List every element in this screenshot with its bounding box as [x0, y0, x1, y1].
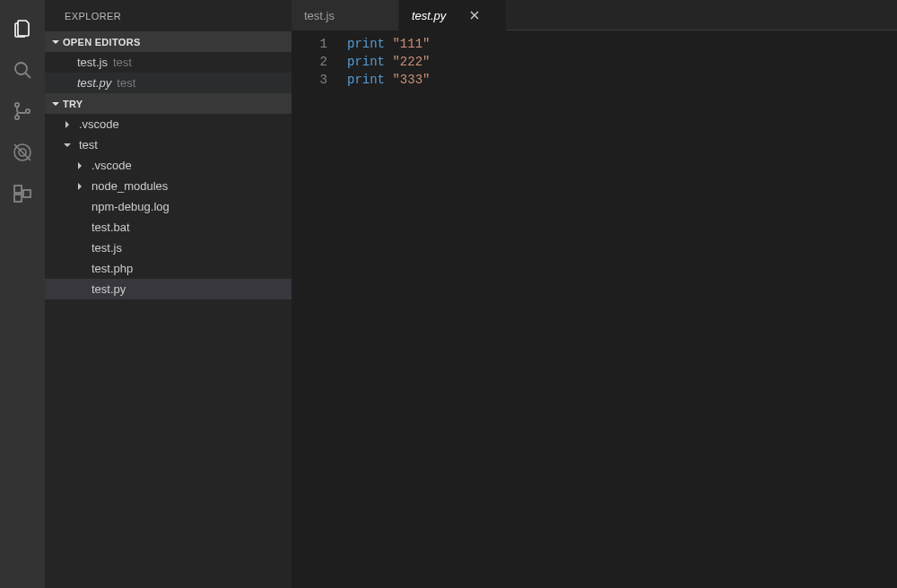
tree-file[interactable]: test.js: [45, 238, 292, 258]
chevron-right-icon: [74, 160, 86, 172]
tab-label: test.js: [304, 9, 335, 22]
activity-source-control[interactable]: [0, 91, 45, 133]
chevron-down-icon: [48, 98, 63, 110]
tree-file[interactable]: test.php: [45, 258, 292, 279]
line-gutter: 123: [292, 31, 347, 588]
section-open-editors[interactable]: OPEN EDITORS: [45, 31, 292, 52]
file-hint: test: [117, 76, 135, 90]
chevron-right-icon: [74, 180, 86, 193]
tree-folder[interactable]: .vscode: [45, 155, 292, 176]
svg-rect-9: [14, 195, 22, 202]
svg-point-0: [15, 63, 27, 74]
section-workspace[interactable]: TRY: [45, 93, 292, 114]
activity-explorer[interactable]: [0, 9, 45, 50]
code-line[interactable]: print "111": [347, 35, 897, 53]
section-label: TRY: [63, 99, 83, 109]
tree-label: test: [79, 138, 98, 151]
svg-rect-10: [23, 190, 30, 197]
line-number: 2: [292, 53, 347, 71]
tree-label: test.py: [91, 282, 126, 296]
line-number: 1: [292, 35, 347, 53]
file-hint: test: [113, 56, 132, 69]
code-content[interactable]: print "111"print "222"print "333": [347, 31, 897, 588]
tree-label: npm-debug.log: [91, 200, 170, 213]
tree-folder[interactable]: .vscode: [45, 114, 292, 134]
tree-file[interactable]: npm-debug.log: [45, 196, 292, 217]
editor-area: test.jstest.py 123 print "111"print "222…: [292, 0, 897, 588]
editor-tabbar: test.jstest.py: [292, 0, 897, 31]
token-string: "222": [392, 55, 430, 69]
search-icon: [12, 59, 33, 83]
tree-label: node_modules: [91, 179, 168, 193]
explorer-sidebar: EXPLORER OPEN EDITORS test.js test test.…: [45, 0, 292, 588]
workspace-tree: .vscodetest.vscodenode_modulesnpm-debug.…: [45, 114, 292, 299]
activity-extensions[interactable]: [0, 174, 45, 215]
activity-bar: [0, 0, 45, 588]
close-icon[interactable]: [467, 8, 482, 22]
source-control-icon: [12, 100, 33, 125]
tree-label: .vscode: [91, 159, 132, 172]
token-keyword: print: [347, 37, 385, 51]
svg-point-4: [26, 108, 30, 112]
svg-point-3: [15, 115, 19, 118]
activity-debug[interactable]: [0, 133, 45, 174]
token-keyword: print: [347, 73, 385, 87]
sidebar-title: EXPLORER: [45, 0, 292, 31]
bug-icon: [12, 142, 33, 166]
tree-folder[interactable]: node_modules: [45, 176, 292, 196]
chevron-down-icon: [61, 139, 74, 151]
tree-folder[interactable]: test: [45, 134, 292, 155]
token-string: "333": [392, 73, 430, 87]
tabbar-empty: [507, 0, 897, 30]
file-label: test.py: [77, 76, 111, 90]
tree-file[interactable]: test.bat: [45, 217, 292, 238]
activity-search[interactable]: [0, 50, 45, 91]
code-editor[interactable]: 123 print "111"print "222"print "333": [292, 31, 897, 588]
tree-label: test.bat: [91, 220, 130, 234]
code-line[interactable]: print "333": [347, 71, 897, 89]
token-string: "111": [392, 37, 430, 51]
extensions-icon: [12, 183, 33, 207]
chevron-right-icon: [61, 118, 74, 131]
section-label: OPEN EDITORS: [63, 37, 141, 48]
token-keyword: print: [347, 55, 385, 69]
svg-point-2: [15, 102, 19, 106]
chevron-down-icon: [48, 36, 63, 48]
editor-tab[interactable]: test.js: [292, 0, 399, 30]
svg-line-1: [26, 73, 31, 78]
tab-label: test.py: [412, 9, 446, 22]
open-editor-item[interactable]: test.py test: [45, 73, 292, 93]
tree-label: test.js: [91, 241, 122, 255]
code-line[interactable]: print "222": [347, 53, 897, 71]
tree-label: test.php: [91, 262, 133, 275]
line-number: 3: [292, 71, 347, 89]
editor-tab[interactable]: test.py: [399, 0, 507, 30]
svg-rect-8: [14, 186, 22, 193]
file-label: test.js: [77, 56, 108, 69]
files-icon: [12, 18, 33, 42]
open-editor-item[interactable]: test.js test: [45, 52, 292, 73]
tree-label: .vscode: [79, 117, 119, 131]
tree-file[interactable]: test.py: [45, 279, 292, 299]
